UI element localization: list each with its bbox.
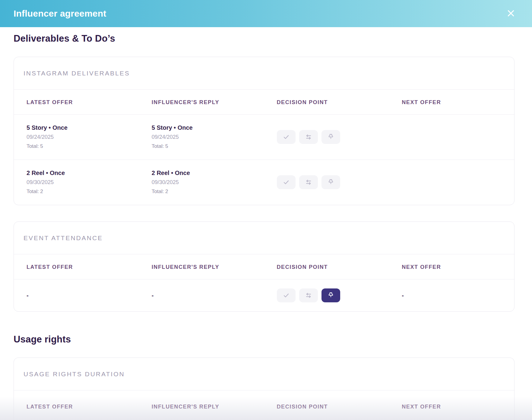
decision-button-group: [277, 175, 340, 189]
swap-arrows-icon: [305, 133, 312, 141]
column-header-influencer-reply: INFLUENCER'S REPLY: [139, 264, 264, 270]
latest-offer-date: 09/24/2025: [27, 134, 139, 140]
card-label: EVENT ATTENDANCE: [24, 234, 103, 241]
column-header-influencer-reply: INFLUENCER'S REPLY: [139, 404, 264, 410]
influencer-reply-date: 09/24/2025: [152, 134, 264, 140]
swap-arrows-icon: [305, 291, 312, 299]
influencer-reply-title: 5 Story • Once: [152, 124, 264, 131]
influencer-reply-title: 2 Reel • Once: [152, 170, 264, 177]
latest-offer-title: 5 Story • Once: [27, 124, 139, 131]
column-header-row: LATEST OFFER INFLUENCER'S REPLY DECISION…: [14, 254, 514, 279]
pin-decision-button[interactable]: [321, 130, 340, 144]
close-button[interactable]: [505, 8, 517, 20]
card-label: INSTAGRAM DELIVERABLES: [24, 70, 130, 77]
column-header-latest-offer: LATEST OFFER: [14, 404, 139, 410]
decision-button-group: [277, 288, 340, 302]
pin-decision-button[interactable]: [321, 175, 340, 189]
column-header-row: LATEST OFFER INFLUENCER'S REPLY DECISION…: [14, 390, 514, 420]
decision-button-group: [277, 130, 340, 144]
pushpin-icon: [327, 133, 335, 141]
card-instagram-deliverables: INSTAGRAM DELIVERABLES LATEST OFFER INFL…: [14, 57, 515, 205]
latest-offer-title: -: [27, 292, 29, 299]
influencer-reply-title: -: [152, 292, 154, 299]
modal-body: Deliverables & To Do’s INSTAGRAM DELIVER…: [0, 33, 532, 420]
influencer-reply-date: 09/30/2025: [152, 179, 264, 186]
section-heading-usage-rights: Usage rights: [14, 334, 515, 345]
pushpin-icon: [327, 178, 335, 186]
latest-offer-total: Total: 2: [27, 189, 139, 195]
accept-decision-button[interactable]: [277, 288, 296, 302]
table-row: 2 Reel • Once 09/30/2025 Total: 2 2 Reel…: [14, 160, 514, 205]
negotiate-decision-button[interactable]: [299, 130, 318, 144]
next-offer-value: -: [402, 292, 404, 299]
column-header-latest-offer: LATEST OFFER: [14, 264, 139, 270]
column-header-influencer-reply: INFLUENCER'S REPLY: [139, 99, 264, 106]
column-header-decision-point: DECISION POINT: [264, 404, 389, 410]
pin-decision-button[interactable]: [321, 288, 340, 302]
table-row: - - -: [14, 279, 514, 311]
table-row: 5 Story • Once 09/24/2025 Total: 5 5 Sto…: [14, 115, 514, 160]
latest-offer-title: 2 Reel • Once: [27, 170, 139, 177]
card-event-attendance: EVENT ATTENDANCE LATEST OFFER INFLUENCER…: [14, 221, 515, 312]
pushpin-icon: [327, 291, 335, 299]
column-header-next-offer: NEXT OFFER: [389, 264, 514, 270]
check-icon: [282, 291, 290, 299]
column-header-decision-point: DECISION POINT: [264, 99, 389, 106]
close-icon: [506, 8, 516, 19]
accept-decision-button[interactable]: [277, 130, 296, 144]
negotiate-decision-button[interactable]: [299, 288, 318, 302]
accept-decision-button[interactable]: [277, 175, 296, 189]
check-icon: [282, 178, 290, 186]
column-header-decision-point: DECISION POINT: [264, 264, 389, 270]
check-icon: [282, 133, 290, 141]
modal-title: Influencer agreement: [14, 8, 106, 19]
section-heading-deliverables: Deliverables & To Do’s: [14, 33, 515, 44]
column-header-row: LATEST OFFER INFLUENCER'S REPLY DECISION…: [14, 90, 514, 115]
swap-arrows-icon: [305, 178, 312, 186]
modal-header: Influencer agreement: [0, 0, 532, 27]
column-header-latest-offer: LATEST OFFER: [14, 99, 139, 106]
negotiate-decision-button[interactable]: [299, 175, 318, 189]
card-label: USAGE RIGHTS DURATION: [24, 371, 125, 377]
latest-offer-total: Total: 5: [27, 143, 139, 149]
latest-offer-date: 09/30/2025: [27, 179, 139, 186]
influencer-reply-total: Total: 2: [152, 189, 264, 195]
column-header-next-offer: NEXT OFFER: [389, 99, 514, 106]
column-header-next-offer: NEXT OFFER: [389, 404, 514, 410]
influencer-reply-total: Total: 5: [152, 143, 264, 149]
card-usage-rights-duration: USAGE RIGHTS DURATION LATEST OFFER INFLU…: [14, 358, 515, 420]
